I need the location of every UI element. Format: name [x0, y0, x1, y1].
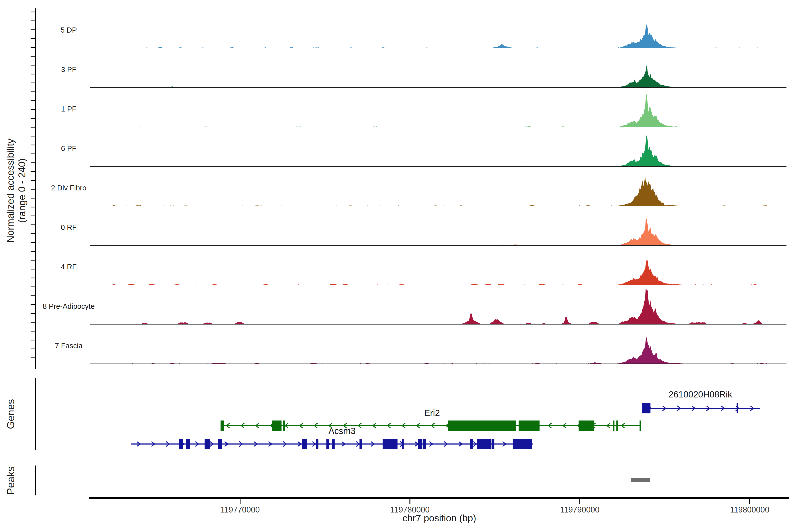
coverage-figure: 5 DP3 PF1 PF6 PF2 Div Fibro0 RF4 RF8 Pre…: [0, 0, 798, 532]
gene-exon: [383, 439, 397, 449]
coverage-track-4-rf: 4 RF: [61, 260, 786, 285]
gene-exon: [418, 439, 422, 449]
gene-exon: [360, 439, 362, 449]
track-label-7-fascia: 7 Fascia: [55, 342, 83, 350]
figure-canvas: 5 DP3 PF1 PF6 PF2 Div Fibro0 RF4 RF8 Pre…: [0, 0, 798, 532]
coverage-track-7-fascia: 7 Fascia: [55, 337, 786, 364]
coverage-track-6-pf: 6 PF: [61, 134, 786, 167]
x-tick-label: 119770000: [220, 505, 260, 514]
gene-exon: [642, 403, 650, 413]
coverage-track-3-pf: 3 PF: [61, 64, 786, 88]
coverage-area-2-div-fibro: [90, 174, 786, 206]
coverage-area-7-fascia: [90, 337, 786, 364]
x-axis: 119770000119780000119790000119800000: [89, 497, 789, 514]
genes-section-label: Genes: [5, 399, 16, 429]
gene-2610020H08Rik: 2610020H08Rik: [642, 390, 760, 413]
x-tick-label: 119790000: [560, 505, 600, 514]
gene-label-2610020H08Rik: 2610020H08Rik: [668, 390, 733, 399]
coverage-tracks: 5 DP3 PF1 PF6 PF2 Div Fibro0 RF4 RF8 Pre…: [43, 24, 786, 364]
peaks-section-label: Peaks: [5, 467, 16, 495]
gene-exon: [640, 420, 641, 431]
track-label-4-rf: 4 RF: [61, 263, 77, 271]
gene-exon: [326, 439, 329, 449]
coverage-track-8-pre-adipocyte: 8 Pre-Adipocyte: [43, 285, 786, 324]
gene-Eri2: Eri2: [221, 408, 641, 431]
gene-exon: [186, 439, 190, 449]
track-label-1-pf: 1 PF: [61, 105, 76, 113]
gene-exon: [402, 439, 404, 449]
gene-exon: [179, 439, 183, 449]
coverage-area-4-rf: [90, 260, 786, 285]
gene-exon: [283, 420, 285, 431]
coverage-area-8-pre-adipocyte: [90, 285, 786, 324]
gene-exon: [616, 420, 618, 431]
gene-exon: [221, 420, 224, 431]
coverage-area-1-pf: [90, 94, 786, 127]
peaks-section: [631, 478, 650, 482]
gene-exon: [423, 439, 426, 449]
coverage-track-5-dp: 5 DP: [60, 24, 786, 48]
gene-exon: [513, 439, 532, 449]
x-axis-line: [89, 497, 789, 499]
track-label-3-pf: 3 PF: [61, 65, 76, 74]
tracks-y-axis-line: [35, 8, 36, 368]
genes-section: 2610020H08RikEri2Acsm3: [131, 390, 760, 449]
coverage-area-3-pf: [90, 64, 786, 88]
y-axis-label-line1: Normalized accessibility: [5, 138, 16, 243]
gene-label-Acsm3: Acsm3: [328, 426, 356, 436]
coverage-track-1-pf: 1 PF: [61, 94, 786, 127]
gene-exon: [272, 420, 282, 431]
gene-exon: [470, 439, 473, 449]
tracks-y-axis: [35, 8, 36, 368]
coverage-area-5-dp: [90, 24, 786, 48]
track-label-8-pre-adipocyte: 8 Pre-Adipocyte: [43, 302, 95, 310]
track-label-2-div-fibro: 2 Div Fibro: [51, 184, 87, 192]
gene-exon: [205, 439, 210, 449]
coverage-area-0-rf: [90, 216, 786, 245]
gene-exon: [218, 439, 222, 449]
gene-exon: [492, 439, 494, 449]
gene-exon: [578, 420, 594, 431]
y-axis-label-line2: (range 0 - 240): [16, 158, 27, 223]
gene-exon: [448, 420, 516, 431]
track-label-0-rf: 0 RF: [61, 223, 77, 231]
tracks-y-axis-ticks: [31, 12, 35, 358]
peak-region: [631, 478, 650, 482]
gene-exon: [477, 439, 491, 449]
gene-exon: [302, 439, 307, 449]
gene-exon: [737, 403, 738, 413]
coverage-area-6-pf: [90, 134, 786, 167]
gene-exon: [519, 420, 539, 431]
gene-exon: [316, 439, 318, 449]
gene-exon: [613, 420, 614, 431]
coverage-track-2-div-fibro: 2 Div Fibro: [51, 174, 786, 206]
track-label-6-pf: 6 PF: [61, 144, 76, 152]
track-label-5-dp: 5 DP: [60, 26, 77, 34]
coverage-track-0-rf: 0 RF: [61, 216, 786, 245]
x-axis-title: chr7 position (bp): [402, 513, 476, 524]
x-tick-label: 119800000: [730, 505, 770, 514]
gene-exon: [332, 439, 335, 449]
gene-label-Eri2: Eri2: [424, 408, 440, 418]
